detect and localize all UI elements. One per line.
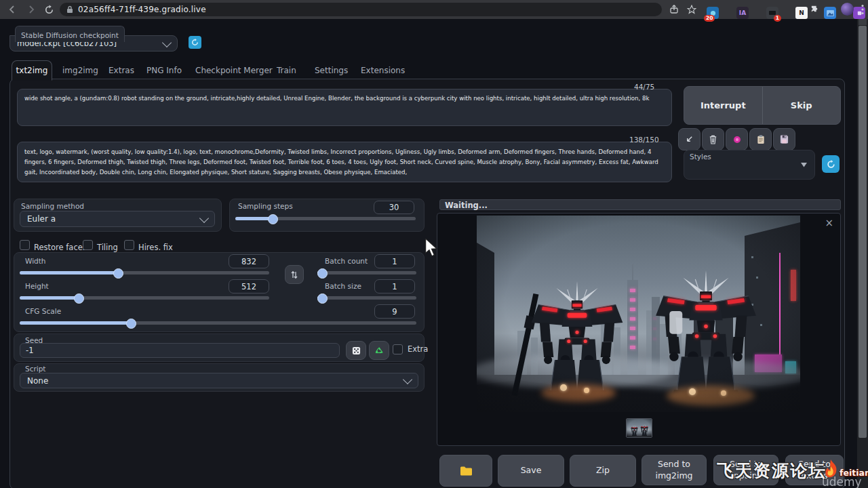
height-value: 512 bbox=[241, 282, 256, 291]
scrollbar-up-arrow[interactable] bbox=[859, 19, 867, 25]
apply-styles-button[interactable] bbox=[749, 128, 772, 150]
cfg-scale-slider-handle[interactable] bbox=[126, 319, 136, 329]
height-input[interactable]: 512 bbox=[229, 279, 269, 293]
skip-button[interactable]: Skip bbox=[763, 87, 841, 124]
restore-faces-checkbox[interactable]: Restore faces bbox=[20, 240, 87, 253]
interrupt-button[interactable]: Interrupt bbox=[684, 87, 763, 124]
folder-icon bbox=[460, 466, 473, 476]
tiling-checkbox[interactable]: Tiling bbox=[83, 240, 118, 253]
cfg-scale-input[interactable]: 9 bbox=[374, 304, 415, 319]
dimensions-block: Width 832 Height 512 Batch count 1 Batch… bbox=[14, 252, 425, 332]
width-input[interactable]: 832 bbox=[229, 254, 269, 268]
tab-settings[interactable]: Settings bbox=[305, 62, 357, 79]
gallery-thumbnail[interactable] bbox=[626, 418, 652, 438]
batch-size-input[interactable]: 1 bbox=[374, 279, 415, 293]
save-button[interactable]: Save bbox=[498, 455, 564, 487]
seed-value: -1 bbox=[26, 346, 33, 355]
tab-png-info[interactable]: PNG Info bbox=[137, 62, 191, 79]
sampling-method-dropdown[interactable]: Euler a bbox=[20, 211, 215, 227]
open-folder-button[interactable] bbox=[439, 455, 492, 487]
prompt-text: wide shot angle, a (gundam:0.8) robot st… bbox=[24, 95, 649, 102]
swap-dimensions-button[interactable] bbox=[285, 265, 304, 284]
extension-notion-label: N bbox=[799, 9, 804, 16]
save-label: Save bbox=[521, 465, 542, 476]
clear-prompt-button[interactable] bbox=[702, 128, 724, 150]
batch-count-input[interactable]: 1 bbox=[374, 254, 415, 268]
progress-bar: Waiting... bbox=[439, 199, 841, 210]
forward-icon[interactable] bbox=[24, 3, 38, 16]
hires-fix-label: Hires. fix bbox=[138, 243, 173, 252]
negative-prompt-textarea[interactable]: text, logo, watermark, (worst quality, l… bbox=[17, 142, 672, 182]
cfg-scale-slider[interactable] bbox=[20, 321, 416, 325]
script-dropdown[interactable]: None bbox=[20, 373, 418, 388]
zip-button[interactable]: Zip bbox=[570, 455, 636, 487]
checkpoint-refresh-button[interactable] bbox=[189, 36, 201, 49]
width-slider[interactable] bbox=[20, 271, 269, 274]
seed-input[interactable]: -1 bbox=[20, 343, 340, 358]
paste-params-button[interactable] bbox=[678, 128, 701, 150]
profile-avatar[interactable] bbox=[841, 3, 854, 16]
zip-label: Zip bbox=[596, 465, 610, 476]
batch-count-slider[interactable] bbox=[317, 271, 416, 274]
dropdown-caret-icon bbox=[801, 163, 807, 167]
generated-image[interactable] bbox=[477, 216, 800, 412]
extension-notion-icon[interactable]: N bbox=[795, 7, 808, 19]
extension-badge1-icon[interactable]: 1 bbox=[766, 7, 778, 19]
extra-networks-button[interactable] bbox=[726, 128, 748, 150]
browser-toolbar: 02a56ff4-71ff-439e.gradio.live 20 IA 1 N bbox=[0, 0, 868, 19]
sampling-steps-block: Sampling steps 30 bbox=[229, 199, 425, 232]
menu-dots-icon[interactable] bbox=[856, 3, 868, 16]
close-icon[interactable]: × bbox=[825, 218, 833, 228]
batch-size-value: 1 bbox=[392, 282, 397, 291]
styles-dropdown[interactable]: Styles bbox=[684, 150, 815, 180]
share-icon[interactable] bbox=[667, 3, 681, 16]
dice-icon bbox=[352, 346, 361, 355]
tab-txt2img-label: txt2img bbox=[16, 66, 48, 75]
batch-size-slider-handle[interactable] bbox=[317, 293, 328, 304]
back-icon[interactable] bbox=[5, 3, 19, 16]
app-window: 02a56ff4-71ff-439e.gradio.live 20 IA 1 N bbox=[0, 0, 868, 488]
batch-count-slider-handle[interactable] bbox=[317, 268, 328, 279]
sampling-steps-input[interactable]: 30 bbox=[374, 201, 414, 214]
extension-image-icon[interactable] bbox=[824, 7, 836, 19]
padlock-icon bbox=[66, 5, 73, 14]
extra-seed-label: Extra bbox=[408, 344, 428, 354]
bookmark-star-icon[interactable] bbox=[685, 3, 698, 16]
sampling-method-block: Sampling method Euler a bbox=[14, 199, 222, 232]
height-slider[interactable] bbox=[20, 296, 269, 300]
cfg-scale-label: CFG Scale bbox=[25, 307, 61, 315]
reload-icon[interactable] bbox=[42, 3, 56, 16]
tab-extensions[interactable]: Extensions bbox=[351, 62, 414, 79]
height-label: Height bbox=[25, 282, 49, 290]
tiling-label: Tiling bbox=[97, 243, 118, 252]
skip-label: Skip bbox=[791, 100, 812, 110]
extension-badge20-icon[interactable]: 20 bbox=[707, 7, 719, 19]
save-style-button[interactable] bbox=[773, 128, 795, 150]
scrollbar-thumb[interactable] bbox=[859, 26, 867, 438]
prompt-textarea[interactable]: wide shot angle, a (gundam:0.8) robot st… bbox=[17, 89, 672, 126]
tab-txt2img[interactable]: txt2img bbox=[12, 60, 52, 81]
address-bar[interactable]: 02a56ff4-71ff-439e.gradio.live bbox=[60, 3, 662, 16]
sampling-steps-slider-handle[interactable] bbox=[268, 214, 278, 224]
send-to-img2img-button[interactable]: Send to img2img bbox=[642, 455, 707, 485]
extension-ia-icon[interactable]: IA bbox=[736, 7, 749, 19]
chevron-down-icon bbox=[162, 37, 172, 47]
tab-train[interactable]: Train bbox=[267, 62, 306, 79]
height-slider-handle[interactable] bbox=[74, 293, 84, 304]
hires-fix-checkbox[interactable]: Hires. fix bbox=[124, 240, 173, 253]
progress-text: Waiting... bbox=[445, 201, 488, 210]
script-label: Script bbox=[25, 365, 45, 373]
sampling-steps-slider[interactable] bbox=[235, 217, 416, 220]
width-slider-handle[interactable] bbox=[113, 268, 123, 279]
random-seed-button[interactable] bbox=[346, 341, 366, 360]
page-scrollbar[interactable] bbox=[857, 19, 868, 488]
batch-size-slider[interactable] bbox=[317, 296, 416, 300]
styles-refresh-button[interactable] bbox=[822, 155, 840, 173]
refresh-icon bbox=[191, 39, 199, 46]
extra-seed-checkbox[interactable] bbox=[393, 344, 403, 354]
extensions-puzzle-icon[interactable] bbox=[808, 3, 822, 16]
restore-faces-label: Restore faces bbox=[34, 243, 87, 252]
floppy-disk-icon bbox=[780, 135, 789, 144]
seed-block: Seed -1 Extra bbox=[14, 333, 425, 362]
reuse-seed-button[interactable] bbox=[369, 341, 389, 360]
